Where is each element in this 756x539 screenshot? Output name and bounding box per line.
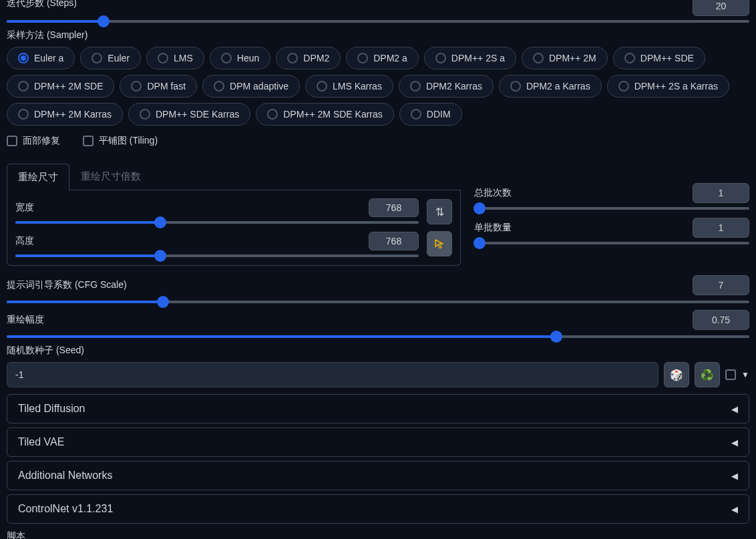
sampler-option[interactable]: Heun	[210, 47, 270, 69]
steps-value[interactable]	[693, 0, 749, 16]
radio-icon	[140, 109, 150, 120]
cfg-slider[interactable]	[7, 301, 749, 303]
sampler-option[interactable]: DPM2 a Karras	[499, 75, 602, 98]
sampler-option-label: DPM++ 2M Karras	[34, 109, 112, 120]
sampler-option-label: DPM++ SDE Karras	[156, 109, 239, 120]
tab-resize[interactable]: 重绘尺寸	[7, 164, 69, 190]
sampler-option[interactable]: DPM++ SDE Karras	[128, 103, 250, 126]
resize-tabs: 重绘尺寸 重绘尺寸倍数	[7, 163, 461, 190]
sampler-option-label: DPM++ 2M SDE	[34, 81, 103, 92]
sampler-option-label: DPM++ 2M	[549, 53, 596, 63]
swap-icon: ⇅	[435, 206, 444, 218]
radio-icon	[18, 109, 29, 120]
tiling-label: 平铺图 (Tiling)	[99, 135, 158, 147]
width-label: 宽度	[15, 202, 34, 214]
sampler-option-label: DPM++ 2S a Karras	[634, 81, 718, 92]
sampler-option[interactable]: DPM++ 2M	[522, 47, 608, 69]
chevron-left-icon: ◀	[731, 437, 738, 447]
sampler-option-label: DPM2 Karras	[426, 81, 482, 92]
steps-slider[interactable]	[7, 20, 749, 23]
radio-icon	[410, 81, 421, 92]
accordion-title: Additional Networks	[18, 470, 112, 482]
radio-icon	[411, 109, 421, 120]
sampler-option[interactable]: DPM++ SDE	[613, 47, 705, 69]
accordion-controlnet[interactable]: ControlNet v1.1.231 ◀	[7, 494, 749, 524]
height-slider[interactable]	[15, 254, 419, 257]
seed-reuse-button[interactable]: ♻️	[695, 362, 720, 387]
batch-size-slider[interactable]	[474, 242, 749, 244]
radio-icon	[214, 81, 224, 92]
accordion-title: Tiled VAE	[18, 436, 64, 448]
sampler-option-label: Euler a	[34, 53, 63, 63]
batch-count-label: 总批次数	[474, 187, 512, 199]
sampler-option[interactable]: DPM2 Karras	[399, 75, 494, 98]
radio-icon	[317, 81, 327, 92]
sampler-option[interactable]: DPM2 a	[346, 47, 419, 69]
seed-random-button[interactable]: 🎲	[664, 362, 689, 387]
dice-icon: 🎲	[670, 369, 683, 381]
batch-count-slider[interactable]	[474, 207, 749, 210]
chevron-left-icon: ◀	[731, 404, 738, 414]
sampler-option-label: Heun	[237, 53, 259, 63]
tiling-check[interactable]: 平铺图 (Tiling)	[83, 135, 158, 147]
sampler-option[interactable]: LMS	[146, 47, 204, 69]
steps-label: 迭代步数 (Steps)	[7, 0, 77, 9]
seed-extra-check[interactable]	[725, 369, 736, 380]
radio-icon	[18, 53, 29, 63]
denoise-slider[interactable]	[7, 335, 749, 338]
sampler-option-label: LMS Karras	[333, 81, 382, 92]
sampler-option[interactable]: DPM++ 2S a Karras	[607, 75, 729, 98]
batch-size-value[interactable]	[693, 218, 749, 238]
sampler-group: Euler aEulerLMSHeunDPM2DPM2 aDPM++ 2S aD…	[7, 47, 749, 126]
accordion-tiled-diffusion[interactable]: Tiled Diffusion ◀	[7, 394, 749, 423]
accordion-tiled-vae[interactable]: Tiled VAE ◀	[7, 427, 749, 457]
radio-icon	[618, 81, 629, 92]
sampler-option[interactable]: Euler a	[7, 47, 75, 69]
width-slider[interactable]	[15, 221, 419, 224]
sampler-option[interactable]: DDIM	[399, 103, 462, 126]
sampler-option-label: DPM fast	[147, 81, 186, 92]
chevron-left-icon: ◀	[731, 471, 738, 481]
radio-icon	[221, 53, 232, 63]
radio-icon	[267, 109, 278, 120]
checkbox-icon	[83, 136, 93, 146]
accordion-title: ControlNet v1.1.231	[18, 503, 113, 515]
face-restore-check[interactable]: 面部修复	[7, 135, 60, 147]
radio-icon	[435, 53, 446, 63]
radio-icon	[18, 81, 29, 92]
denoise-value[interactable]	[693, 310, 749, 330]
height-value[interactable]	[369, 232, 419, 250]
sampler-option[interactable]: Euler	[80, 47, 141, 69]
swap-dims-button[interactable]: ⇅	[427, 199, 452, 224]
radio-icon	[158, 53, 168, 63]
accordion-additional-networks[interactable]: Additional Networks ◀	[7, 461, 749, 490]
recycle-icon: ♻️	[701, 369, 714, 381]
tab-resize-by[interactable]: 重绘尺寸倍数	[69, 163, 152, 190]
width-value[interactable]	[369, 198, 419, 217]
accordion-title: Tiled Diffusion	[18, 403, 85, 415]
sampler-option[interactable]: DPM fast	[120, 75, 197, 98]
sampler-option[interactable]: LMS Karras	[305, 75, 393, 98]
sampler-option[interactable]: DPM++ 2M SDE	[7, 75, 114, 98]
sampler-option[interactable]: DPM adaptive	[202, 75, 300, 98]
radio-icon	[91, 53, 102, 63]
sampler-option[interactable]: DPM++ 2S a	[424, 47, 516, 69]
cfg-value[interactable]	[693, 275, 749, 295]
sampler-option[interactable]: DPM++ 2M Karras	[7, 103, 123, 126]
sampler-option-label: DPM2	[303, 53, 329, 63]
batch-count-value[interactable]	[693, 183, 749, 203]
sampler-option-label: DPM++ 2S a	[451, 53, 505, 63]
denoise-label: 重绘幅度	[7, 314, 44, 326]
height-label: 高度	[15, 235, 34, 247]
script-label: 脚本	[7, 530, 749, 539]
cursor-icon	[433, 238, 445, 250]
seed-extra-arrow[interactable]: ▼	[741, 370, 749, 379]
checkbox-icon	[7, 136, 17, 146]
sampler-option-label: DPM2 a	[373, 53, 407, 63]
sampler-option[interactable]: DPM2	[276, 47, 341, 69]
seed-input[interactable]	[7, 362, 658, 387]
target-dims-button[interactable]	[427, 231, 452, 256]
sampler-option-label: DPM++ SDE	[640, 53, 694, 63]
batch-size-label: 单批数量	[474, 222, 512, 234]
sampler-option[interactable]: DPM++ 2M SDE Karras	[256, 103, 394, 126]
